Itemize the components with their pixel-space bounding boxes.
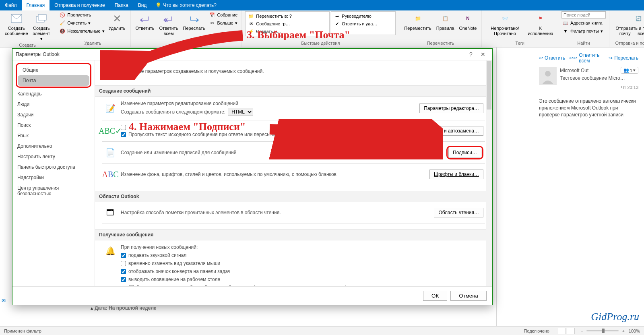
label: К исполнению: [528, 26, 553, 36]
sidebar-item-calendar[interactable]: Календарь: [12, 89, 95, 99]
sidebar-item-addins[interactable]: Надстройки: [12, 172, 95, 183]
date-group-header[interactable]: ▴Дата: На прошлой неделе: [91, 305, 157, 311]
send-check-spelling[interactable]: [121, 125, 126, 130]
edit-params-label: Изменение параметров редактирования сооб…: [121, 101, 253, 106]
tab-home[interactable]: Главная: [22, 0, 50, 10]
close-button[interactable]: ✕: [477, 51, 489, 58]
items-icon: [35, 12, 48, 25]
flag-icon: ⚑: [534, 12, 547, 25]
delete-button[interactable]: ✕ Удалить: [107, 11, 127, 32]
label: подавать звуковой сигнал: [128, 252, 186, 258]
qs-team-msg[interactable]: ✉Сообщение гр…: [247, 20, 328, 27]
label: Фильтр почты: [570, 29, 599, 33]
editor-options-button[interactable]: Параметры редактора…: [419, 103, 483, 113]
search-people-input[interactable]: [561, 11, 606, 19]
sidebar-item-search[interactable]: Поиск: [12, 120, 95, 130]
tab-send-receive[interactable]: Отправка и получение: [50, 0, 109, 10]
fonts-icon: ABC: [104, 168, 117, 181]
rules-button[interactable]: 📋Правила: [435, 11, 456, 32]
junk-button[interactable]: 🚯Нежелательные ▾: [58, 27, 105, 35]
sidebar-item-language[interactable]: Язык: [12, 130, 95, 141]
sidebar-item-qat[interactable]: Панель быстрого доступа: [12, 162, 95, 172]
qs-move-to[interactable]: 📁Переместить в: ?: [247, 12, 328, 20]
compose-format-select[interactable]: HTML: [228, 108, 253, 116]
view-normal-button[interactable]: [558, 328, 566, 334]
skip-original-text-checkbox[interactable]: [121, 132, 126, 137]
receive-head: При получении новых сообщений:: [121, 244, 347, 250]
signatures-button[interactable]: Подписи…: [448, 148, 481, 157]
more-respond-button[interactable]: ✉Больше ▾: [208, 19, 238, 27]
group-respond: Ответить Ответить всем Переслать 📅Собран…: [131, 10, 242, 47]
zoom-in-button[interactable]: +: [622, 329, 624, 333]
follow-up-button[interactable]: ⚑К исполнению: [526, 11, 555, 37]
tab-folder[interactable]: Папка: [110, 0, 133, 10]
help-button[interactable]: ?: [465, 51, 477, 58]
reply-all-button[interactable]: Ответить всем: [158, 11, 180, 37]
ignore-button[interactable]: 🚫Пропустить: [58, 11, 105, 19]
label: OneNote: [459, 26, 477, 31]
reading-pane-button[interactable]: Область чтения…: [434, 208, 483, 217]
protected-preview-checkbox[interactable]: [129, 285, 134, 287]
forward-button[interactable]: Переслать: [182, 11, 207, 32]
label: выводить оповещение на рабочем столе: [128, 277, 220, 282]
zoom-out-button[interactable]: −: [581, 329, 583, 333]
label: Ответить и уда…: [342, 21, 377, 26]
cancel-button[interactable]: Отмена: [450, 291, 487, 301]
sync-icon: 🔄: [632, 12, 644, 25]
label: Переместить: [404, 26, 431, 31]
label: Адресная книга: [570, 21, 603, 25]
group-label: Найти: [561, 41, 606, 47]
sidebar-item-customize-ribbon[interactable]: Настроить ленту: [12, 151, 95, 162]
reply-all-link[interactable]: ↩↩Ответить всем: [569, 52, 605, 64]
sound-checkbox[interactable]: [121, 253, 126, 258]
move-button[interactable]: 📁Переместить: [402, 11, 433, 32]
delete-icon: ✕: [111, 12, 124, 25]
fonts-label: Изменение фона, шрифтов, стилей и цветов…: [121, 172, 336, 177]
tray-checkbox[interactable]: [121, 269, 126, 274]
label: Непрочитано/ Прочитано: [487, 26, 523, 36]
watermark: GidProg.ru: [591, 311, 639, 323]
rules-icon: 📋: [439, 12, 452, 25]
view-reading-button[interactable]: [567, 328, 575, 334]
label: Очистить: [67, 21, 87, 25]
qs-create-new[interactable]: ⚡Создать н…: [247, 28, 328, 35]
signature-icon: 📄: [104, 146, 117, 159]
zoom-level: 100%: [629, 329, 640, 333]
tab-view[interactable]: Вид: [133, 0, 152, 10]
reply-link[interactable]: ↩Ответить: [539, 52, 565, 64]
people-count-badge[interactable]: 👥1 ▾: [621, 67, 638, 74]
ok-button[interactable]: ОК: [423, 291, 447, 301]
clean-button[interactable]: 🧹Очистить ▾: [58, 19, 105, 27]
mail-icon: ✉: [248, 21, 254, 27]
tell-me-search[interactable]: 💡 Что вы хотите сделать?: [151, 0, 221, 10]
reply-button[interactable]: Ответить: [134, 11, 156, 32]
new-item-button[interactable]: Создать элемент ▾: [31, 11, 52, 43]
mail-edit-icon: ✉️: [104, 66, 115, 77]
sidebar-item-people[interactable]: Люди: [12, 99, 95, 110]
address-book-button[interactable]: 📖Адресная книга: [561, 19, 606, 27]
filter-mail-button[interactable]: ▼Фильтр почты ▾: [561, 27, 606, 35]
spelling-autocorrect-button[interactable]: Орфография и автозамена…: [409, 126, 483, 136]
sidebar-item-advanced[interactable]: Дополнительно: [12, 141, 95, 151]
stationery-fonts-button[interactable]: Шрифты и бланки…: [429, 170, 483, 179]
forward-link[interactable]: ↪Переслать: [609, 52, 638, 64]
cursor-checkbox[interactable]: [121, 261, 126, 266]
nav-mail-icon[interactable]: ✉: [2, 298, 10, 304]
desktop-alert-checkbox[interactable]: [121, 277, 126, 282]
sidebar-item-trust-center[interactable]: Центр управления безопасностью: [12, 183, 95, 199]
send-receive-all-button[interactable]: 🔄Отправить и получить почту — все папки: [613, 11, 644, 37]
sidebar-item-tasks[interactable]: Задачи: [12, 110, 95, 120]
sidebar-item-general[interactable]: Общие: [18, 65, 89, 75]
qs-to-manager[interactable]: ➡Руководителю: [333, 12, 394, 20]
scrollbar[interactable]: [486, 60, 492, 286]
sidebar-item-mail[interactable]: Почта: [18, 75, 89, 86]
tab-file[interactable]: Файл: [0, 0, 22, 10]
onenote-button[interactable]: NOneNote: [457, 11, 478, 32]
meeting-button[interactable]: 📅Собрание: [208, 11, 238, 19]
zoom-slider[interactable]: [586, 330, 619, 331]
read-unread-button[interactable]: 📨Непрочитано/ Прочитано: [485, 11, 524, 37]
avatar: [539, 67, 557, 85]
qs-reply-delete[interactable]: ✔Ответить и уда…: [333, 20, 394, 27]
ignore-icon: 🚫: [59, 12, 66, 18]
new-message-button[interactable]: Создать сообщение: [3, 11, 30, 37]
